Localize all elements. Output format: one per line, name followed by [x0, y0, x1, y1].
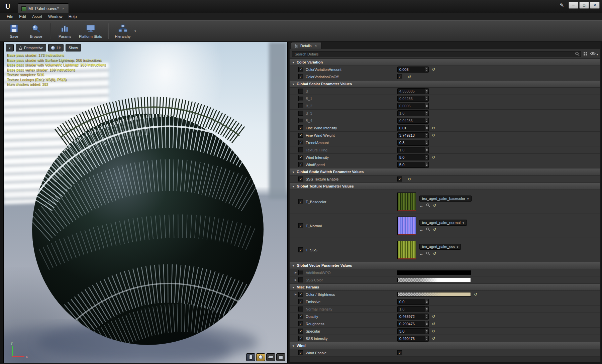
category-color-variation[interactable]: Color Variation [290, 59, 600, 66]
numeric-input[interactable]: 0.3 [397, 140, 429, 146]
numeric-input[interactable]: 0.490476 [397, 336, 429, 342]
window-minimize-button[interactable] [569, 2, 578, 9]
hierarchy-button[interactable]: Hierarchy [112, 22, 134, 40]
find-in-content-browser-icon[interactable] [426, 251, 430, 256]
spin-arrows-icon[interactable] [425, 103, 428, 109]
params-button[interactable]: Params [54, 22, 76, 40]
menu-file[interactable]: File [4, 14, 16, 20]
spin-arrows-icon[interactable] [425, 299, 428, 305]
override-checkbox[interactable] [298, 147, 303, 152]
numeric-input[interactable]: 0.04286 [397, 96, 429, 102]
numeric-input[interactable]: 0.04286 [397, 118, 429, 124]
bool-value-checkbox[interactable] [397, 350, 402, 355]
preview-shape-sphere-button[interactable] [256, 353, 265, 361]
color-swatch[interactable] [397, 292, 471, 296]
spin-arrows-icon[interactable] [425, 336, 428, 341]
numeric-input[interactable]: 5.0 [397, 162, 429, 168]
menu-asset[interactable]: Asset [29, 14, 45, 20]
preview-shape-plane-button[interactable] [266, 353, 275, 361]
override-checkbox[interactable] [298, 321, 303, 326]
search-details-input[interactable] [292, 51, 581, 57]
spin-arrows-icon[interactable] [425, 329, 428, 334]
override-checkbox[interactable] [298, 67, 303, 72]
spin-arrows-icon[interactable] [425, 96, 428, 101]
preview-shape-cylinder-button[interactable] [246, 353, 255, 361]
window-maximize-button[interactable] [579, 2, 589, 9]
spin-arrows-icon[interactable] [425, 111, 428, 116]
save-button[interactable]: Save [3, 22, 25, 40]
override-checkbox[interactable] [298, 247, 303, 252]
view-options-eye-icon[interactable] [590, 51, 598, 57]
numeric-input[interactable]: 0.290476 [397, 321, 429, 327]
spin-arrows-icon[interactable] [425, 67, 428, 72]
numeric-input[interactable]: 0.0 [397, 299, 429, 305]
override-checkbox[interactable] [298, 162, 303, 167]
override-checkbox[interactable] [298, 140, 303, 145]
texture-thumbnail[interactable] [397, 217, 416, 235]
numeric-input[interactable]: 0.01 [397, 125, 429, 131]
window-close-button[interactable] [590, 2, 600, 9]
spin-arrows-icon[interactable] [425, 314, 428, 319]
property-matrix-icon[interactable] [583, 51, 588, 56]
numeric-input[interactable]: 0.003 [397, 67, 429, 73]
texture-thumbnail[interactable] [397, 193, 416, 211]
tab-close-icon[interactable] [61, 7, 65, 11]
override-checkbox[interactable] [298, 103, 303, 108]
reset-to-default-icon[interactable] [432, 155, 435, 159]
use-selected-asset-icon[interactable] [419, 251, 423, 256]
numeric-input[interactable]: 8.0 [397, 154, 429, 160]
reset-to-default-icon[interactable] [432, 133, 435, 137]
spin-arrows-icon[interactable] [425, 125, 428, 131]
texture-asset-dropdown[interactable]: tex_aged_palm_sss [419, 244, 461, 250]
override-checkbox[interactable] [298, 329, 303, 334]
preview-shape-cube-button[interactable] [276, 353, 285, 361]
override-checkbox[interactable] [298, 133, 303, 138]
override-checkbox[interactable] [298, 292, 303, 297]
spin-arrows-icon[interactable] [425, 147, 428, 153]
spin-arrows-icon[interactable] [425, 307, 428, 312]
numeric-input[interactable]: 0.0005 [397, 103, 429, 109]
reset-to-default-icon[interactable] [474, 292, 477, 296]
menu-window[interactable]: Window [45, 14, 66, 20]
override-checkbox[interactable] [298, 336, 303, 341]
numeric-input[interactable]: 1.0 [397, 147, 429, 153]
asset-document-tab[interactable]: MI_PalmLeaves* [18, 3, 69, 13]
numeric-input[interactable]: 1.0 [397, 110, 429, 116]
reset-to-default-icon[interactable] [432, 337, 435, 341]
category-misc-params[interactable]: Misc Params [290, 284, 600, 291]
override-checkbox[interactable] [298, 299, 303, 304]
spin-arrows-icon[interactable] [425, 155, 428, 160]
override-checkbox[interactable] [298, 155, 303, 160]
override-checkbox[interactable] [298, 111, 303, 116]
category-global-static-switch-parameter-values[interactable]: Global Static Switch Parameter Values [290, 168, 600, 175]
reset-to-default-icon[interactable] [432, 329, 435, 333]
spin-arrows-icon[interactable] [425, 321, 428, 327]
texture-asset-dropdown[interactable]: tex_aged_palm_normal [419, 220, 467, 226]
override-checkbox[interactable] [298, 314, 303, 319]
category-global-texture-parameter-values[interactable]: Global Texture Parameter Values [290, 183, 600, 190]
category-global-vector-parameter-values[interactable]: Global Vector Parameter Values [290, 262, 600, 269]
expand-arrow-icon[interactable] [293, 271, 298, 274]
material-preview-viewport[interactable]: Perspective Lit Show Base pass shader: 1… [3, 42, 288, 363]
override-checkbox[interactable] [298, 96, 303, 101]
hierarchy-dropdown-icon[interactable] [134, 29, 136, 33]
spin-arrows-icon[interactable] [425, 133, 428, 138]
perspective-button[interactable]: Perspective [16, 44, 46, 51]
spin-arrows-icon[interactable] [425, 89, 428, 94]
numeric-input[interactable]: 3.749213 [397, 132, 429, 138]
reset-to-default-icon[interactable] [408, 177, 411, 181]
expand-arrow-icon[interactable] [293, 293, 298, 296]
details-tab[interactable]: Details [291, 42, 321, 49]
color-swatch[interactable] [397, 278, 471, 282]
reset-to-default-icon[interactable] [433, 203, 436, 208]
category-wind[interactable]: Wind [290, 342, 600, 349]
category-global-scalar-parameter-values[interactable]: Global Scalar Parameter Values [290, 81, 600, 88]
menu-help[interactable]: Help [66, 14, 80, 20]
override-checkbox[interactable] [298, 89, 303, 94]
override-checkbox[interactable] [298, 176, 303, 181]
reset-to-default-icon[interactable] [433, 227, 436, 232]
spin-arrows-icon[interactable] [425, 140, 428, 145]
spin-arrows-icon[interactable] [425, 162, 428, 167]
override-checkbox[interactable] [298, 125, 303, 130]
override-checkbox[interactable] [298, 118, 303, 123]
